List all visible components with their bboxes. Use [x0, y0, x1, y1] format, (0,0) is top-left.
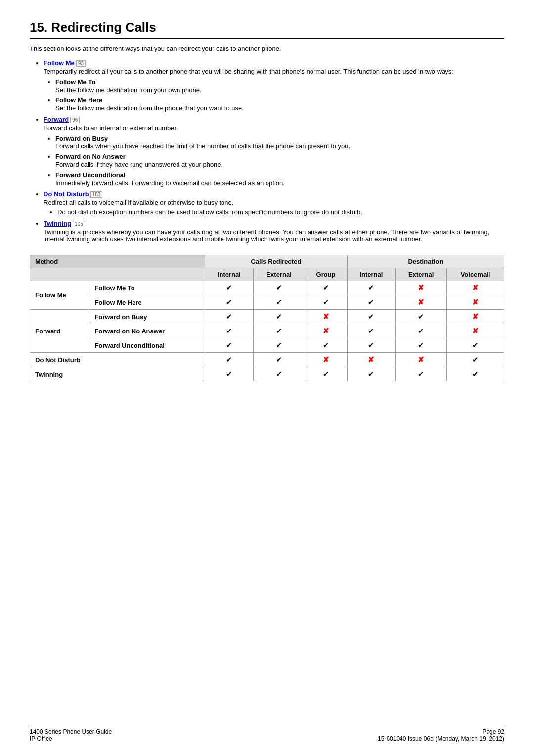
cell-fona-int: ✔ [205, 324, 254, 338]
dnd-note-text: Do not disturb exception numbers can be … [57, 208, 362, 216]
cell-dnd-ext: ✔ [253, 353, 305, 367]
sub-item-follow-me-here: Follow Me Here Set the follow me destina… [55, 96, 504, 112]
destination-header: Destination [347, 255, 504, 268]
col-internal-redirected: Internal [205, 268, 254, 281]
cell-fmh-grp: ✔ [305, 295, 347, 310]
forward-link[interactable]: Forward [44, 116, 69, 123]
calls-redirected-header: Calls Redirected [205, 255, 348, 268]
forward-no-answer-title: Forward on No Answer [55, 153, 126, 160]
cell-fob-dvm: ✘ [447, 310, 504, 324]
twinning-method-cell: Twinning [30, 367, 205, 381]
forward-unconditional-title: Forward Unconditional [55, 171, 126, 179]
method-header: Method [30, 255, 205, 268]
cell-twin-grp: ✔ [305, 367, 347, 381]
dnd-method-cell: Do Not Disturb [30, 353, 205, 367]
footer-brand: IP Office [30, 735, 112, 742]
forward-unconditional-desc: Immediately forward calls. Forwarding to… [55, 179, 504, 187]
cell-fu-dvm: ✔ [447, 338, 504, 353]
cell-fona-grp: ✘ [305, 324, 347, 338]
cell-twin-dint: ✔ [347, 367, 396, 381]
table-row: Do Not Disturb ✔ ✔ ✘ ✘ ✘ ✔ [30, 353, 504, 367]
cell-fmt-dext: ✘ [396, 281, 447, 295]
footer: 1400 Series Phone User Guide IP Office P… [30, 726, 504, 742]
cell-fob-dext: ✔ [396, 310, 447, 324]
follow-me-method-cell: Follow Me [30, 281, 89, 310]
list-item-dnd: Do Not Disturb103 Redirect all calls to … [44, 190, 504, 216]
follow-me-link[interactable]: Follow Me [44, 59, 75, 67]
cell-fu-grp: ✔ [305, 338, 347, 353]
cell-dnd-dvm: ✔ [447, 353, 504, 367]
col-external-redirected: External [253, 268, 305, 281]
cell-fob-grp: ✘ [305, 310, 347, 324]
cell-fmt-dint: ✔ [347, 281, 396, 295]
footer-left: 1400 Series Phone User Guide IP Office [30, 728, 112, 742]
follow-me-here-title: Follow Me Here [55, 96, 102, 104]
twinning-link[interactable]: Twinning [44, 220, 71, 227]
list-item-forward: Forward96 Forward calls to an internal o… [44, 116, 504, 187]
sub-item-follow-me-to: Follow Me To Set the follow me destinati… [55, 78, 504, 94]
forward-on-busy-title: Forward on Busy [55, 135, 108, 142]
cell-fu-dext: ✔ [396, 338, 447, 353]
follow-me-desc: Temporarily redirect all your calls to a… [44, 68, 504, 75]
table-group-header-row: Method Calls Redirected Destination [30, 255, 504, 268]
cell-twin-int: ✔ [205, 367, 254, 381]
forward-method-cell: Forward [30, 310, 89, 353]
cell-fmt-grp: ✔ [305, 281, 347, 295]
page-content: 15. Redirecting Calls This section looks… [30, 20, 504, 381]
cell-fob-ext: ✔ [253, 310, 305, 324]
fob-submethod: Forward on Busy [89, 310, 205, 324]
cell-fmh-dvm: ✘ [447, 295, 504, 310]
list-item-follow-me: Follow Me93 Temporarily redirect all you… [44, 59, 504, 112]
comparison-table: Method Calls Redirected Destination Inte… [30, 255, 504, 381]
sub-item-forward-unconditional: Forward Unconditional Immediately forwar… [55, 171, 504, 187]
dnd-desc: Redirect all calls to voicemail if avail… [44, 199, 504, 206]
cell-fona-dint: ✔ [347, 324, 396, 338]
table-row: Forward Forward on Busy ✔ ✔ ✘ ✔ ✔ ✘ [30, 310, 504, 324]
cell-fob-int: ✔ [205, 310, 254, 324]
cell-twin-dvm: ✔ [447, 367, 504, 381]
dnd-note-1: Do not disturb exception numbers can be … [57, 208, 504, 216]
table-row: Forward on No Answer ✔ ✔ ✘ ✔ ✔ ✘ [30, 324, 504, 338]
follow-me-here-desc: Set the follow me destination from the p… [55, 104, 504, 112]
follow-me-sub-list: Follow Me To Set the follow me destinati… [44, 78, 504, 112]
cell-fu-ext: ✔ [253, 338, 305, 353]
sub-item-forward-no-answer: Forward on No Answer Forward calls if th… [55, 153, 504, 168]
cell-dnd-dext: ✘ [396, 353, 447, 367]
table-sub-header-row: Internal External Group Internal Externa… [30, 268, 504, 281]
cell-fmt-ext: ✔ [253, 281, 305, 295]
table-row: Follow Me Follow Me To ✔ ✔ ✔ ✔ ✘ ✘ [30, 281, 504, 295]
cell-twin-dext: ✔ [396, 367, 447, 381]
page-title: 15. Redirecting Calls [30, 20, 504, 39]
main-list: Follow Me93 Temporarily redirect all you… [30, 59, 504, 243]
col-internal-dest: Internal [347, 268, 396, 281]
dnd-page-ref: 103 [90, 191, 103, 198]
col-voicemail-dest: Voicemail [447, 268, 504, 281]
sub-item-forward-on-busy: Forward on Busy Forward calls when you h… [55, 135, 504, 150]
dnd-link[interactable]: Do Not Disturb [44, 190, 89, 198]
follow-me-to-title: Follow Me To [55, 78, 95, 86]
table-row: Forward Unconditional ✔ ✔ ✔ ✔ ✔ ✔ [30, 338, 504, 353]
table-row: Twinning ✔ ✔ ✔ ✔ ✔ ✔ [30, 367, 504, 381]
cell-fmh-ext: ✔ [253, 295, 305, 310]
dnd-notes: Do not disturb exception numbers can be … [44, 208, 504, 216]
cell-twin-ext: ✔ [253, 367, 305, 381]
cell-fu-dint: ✔ [347, 338, 396, 353]
empty-sub-header [30, 268, 205, 281]
cell-dnd-int: ✔ [205, 353, 254, 367]
cell-fmh-dext: ✘ [396, 295, 447, 310]
follow-me-page-ref: 93 [76, 60, 86, 67]
cell-fu-int: ✔ [205, 338, 254, 353]
twinning-page-ref: 105 [73, 221, 85, 227]
col-external-dest: External [396, 268, 447, 281]
cell-fob-dint: ✔ [347, 310, 396, 324]
fu-submethod: Forward Unconditional [89, 338, 205, 353]
footer-product: 1400 Series Phone User Guide [30, 728, 112, 735]
table-row: Follow Me Here ✔ ✔ ✔ ✔ ✘ ✘ [30, 295, 504, 310]
forward-on-busy-desc: Forward calls when you have reached the … [55, 142, 504, 150]
follow-me-to-desc: Set the follow me destination from your … [55, 86, 504, 94]
intro-text: This section looks at the different ways… [30, 45, 504, 52]
follow-me-to-submethod: Follow Me To [89, 281, 205, 295]
footer-page-num: Page 92 [378, 728, 504, 735]
footer-right: Page 92 15-601040 Issue 06d (Monday, Mar… [378, 728, 504, 742]
cell-fona-dvm: ✘ [447, 324, 504, 338]
